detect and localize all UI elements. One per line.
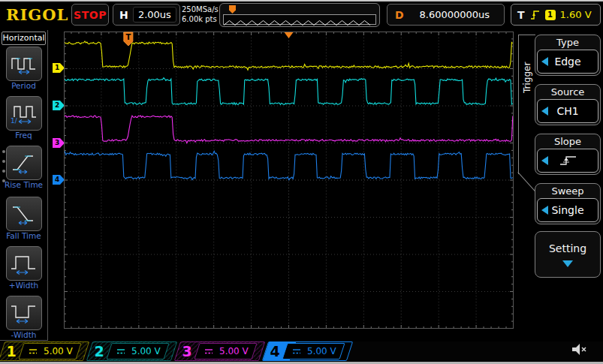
trigger-sweep-group: Sweep Single: [535, 183, 601, 224]
trigger-type-value: Edge: [554, 56, 580, 68]
measure-fall-time-label: Fall Time: [0, 231, 47, 240]
channel-4-scale-box: 5.00 V: [282, 343, 345, 359]
measure-rise-time-label: Rise Time: [0, 180, 47, 189]
measure-freq-button[interactable]: 1/: [6, 96, 42, 131]
measure-plus-width-button[interactable]: [6, 246, 42, 281]
channel-status-bar: 1 5.00 V 2 5.00 V 3: [0, 341, 603, 361]
rising-slope-icon: [557, 153, 578, 168]
waveform-preview-zigzag: [224, 19, 374, 26]
trigger-source-group: Source CH1: [535, 84, 601, 125]
trigger-type-value-button[interactable]: Edge: [537, 50, 598, 74]
left-arrow-icon: [541, 206, 548, 215]
channel-2-scale: 5.00 V: [131, 346, 161, 356]
trigger-level-value: 1.60 V: [560, 9, 592, 20]
channel-1-scale-box: 5.00 V: [18, 343, 81, 359]
trigger-menu-tab-edge: [517, 172, 535, 191]
channel-3-scale: 5.00 V: [219, 346, 249, 356]
brand-logo: RIGOL: [6, 5, 68, 24]
scope-display: T: [64, 32, 514, 329]
dc-coupling-icon: [204, 347, 214, 355]
freq-icon: 1/: [10, 102, 38, 125]
down-arrow-icon: [562, 260, 573, 267]
channel-3-button[interactable]: 3 5.00 V: [177, 341, 262, 361]
trigger-type-label: Type: [537, 36, 598, 50]
channel-2-scale-box: 5.00 V: [106, 343, 169, 359]
period-icon: [10, 53, 38, 75]
measure-rise-time-button[interactable]: [6, 146, 42, 180]
menu-page-dot: [2, 150, 5, 153]
left-arrow-icon: [541, 57, 548, 66]
channel-1-scale: 5.00 V: [44, 346, 73, 356]
svg-text:T: T: [125, 33, 131, 41]
left-menu-title: Horizontal: [2, 32, 46, 45]
timebase-value: 2.00us: [133, 7, 176, 23]
speaker-muted-icon[interactable]: [571, 342, 590, 357]
trigger-sweep-label: Sweep: [537, 185, 598, 198]
measure-period-label: Period: [0, 81, 47, 90]
trigger-source-value-button[interactable]: CH1: [537, 99, 598, 123]
channel-1-position-tag[interactable]: 1: [53, 63, 65, 73]
channel-4-position-tag[interactable]: 4: [53, 175, 65, 185]
horizontal-timebase-box: H 2.00us: [113, 4, 180, 26]
fall-time-icon: [10, 203, 38, 225]
dc-coupling-icon: [291, 347, 302, 355]
channel-1-button[interactable]: 1 5.00 V: [2, 341, 86, 361]
trigger-slope-label: Slope: [537, 135, 598, 149]
rise-time-icon: [10, 152, 38, 174]
channel-3-position-tag[interactable]: 3: [53, 138, 65, 148]
memory-depth: 6.00k pts: [182, 14, 219, 24]
measure-freq-label: Freq: [0, 131, 47, 140]
measure-period-button[interactable]: [6, 47, 42, 81]
measure-minus-width-label: -Width: [0, 330, 47, 339]
trigger-slope-group: Slope: [535, 134, 601, 175]
trigger-type-group: Type Edge: [535, 35, 601, 76]
trigger-info-box: T 1 1.60 V: [511, 4, 601, 26]
channel-3-scale-box: 5.00 V: [194, 343, 257, 359]
measure-minus-width-button[interactable]: [6, 296, 42, 330]
top-edge-strip: [0, 0, 603, 2]
trigger-label: T: [517, 9, 525, 21]
trigger-menu-tab-label: Trigger: [522, 81, 532, 93]
preview-trigger-flag-icon[interactable]: [229, 5, 236, 14]
minus-width-icon: [10, 302, 38, 324]
trigger-sweep-value: Single: [551, 204, 583, 216]
trigger-menu-tab: Trigger: [518, 35, 535, 174]
rising-edge-icon: [529, 9, 541, 21]
run-state-label: STOP: [74, 9, 107, 21]
trigger-source-label: Source: [537, 86, 598, 99]
waveform-preview-strip: [223, 14, 376, 25]
trigger-delay-box: D 8.60000000us: [387, 4, 505, 26]
channel-2-button[interactable]: 2 5.00 V: [89, 341, 174, 361]
trigger-setting-button[interactable]: Setting: [535, 231, 601, 278]
channel-2-position-tag[interactable]: 2: [53, 101, 65, 110]
horizontal-position-bar[interactable]: [219, 3, 380, 27]
trigger-slope-value-button[interactable]: [537, 149, 598, 173]
sample-rate: 250MSa/s: [182, 5, 219, 14]
top-status-bar: RIGOL STOP H 2.00us 250MSa/s 6.00k pts D…: [0, 0, 603, 30]
dc-coupling-icon: [28, 347, 38, 355]
trigger-sweep-value-button[interactable]: Single: [537, 198, 598, 222]
menu-page-dot: [2, 160, 5, 163]
measure-plus-width-label: +Width: [0, 281, 47, 290]
timebase-label: H: [119, 9, 128, 21]
trigger-setting-label: Setting: [535, 242, 600, 254]
channel-4-button[interactable]: 4 5.00 V: [265, 341, 350, 361]
svg-text:1/: 1/: [11, 117, 18, 125]
channel-4-scale: 5.00 V: [307, 346, 336, 356]
trigger-source-badge: 1: [545, 10, 556, 20]
run-state-indicator: STOP: [71, 4, 109, 26]
menu-page-dot: [2, 170, 5, 173]
left-arrow-icon: [541, 156, 548, 165]
left-arrow-icon: [541, 107, 548, 116]
trigger-source-value: CH1: [556, 105, 578, 117]
menu-page-dot: [2, 179, 5, 182]
measure-fall-time-button[interactable]: [6, 197, 42, 231]
delay-value: 8.60000000us: [412, 9, 504, 20]
dc-coupling-icon: [116, 347, 126, 355]
acquisition-info: 250MSa/s 6.00k pts: [182, 5, 219, 24]
delay-label: D: [395, 9, 404, 21]
plus-width-icon: [10, 252, 38, 275]
